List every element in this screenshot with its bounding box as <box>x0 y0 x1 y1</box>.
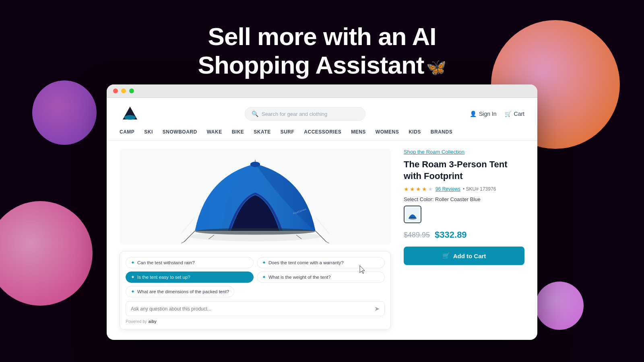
search-icon: 🔍 <box>252 111 258 117</box>
hero-section: Sell more with an AI Shopping Assistant🦋 <box>198 22 446 80</box>
send-button[interactable]: ➤ <box>374 305 380 313</box>
nav-item-kids[interactable]: KIDS <box>409 129 421 135</box>
question-text-4: What is the weight of the tent? <box>268 275 331 280</box>
nav-item-womens[interactable]: WOMENS <box>376 129 399 135</box>
cart-icon: 🛒 <box>505 111 512 117</box>
svg-point-14 <box>250 162 260 167</box>
nav-item-surf[interactable]: SURF <box>281 129 295 135</box>
color-label: Select Color: Roller Coaster Blue <box>404 196 524 202</box>
decorative-blob-left <box>0 201 93 306</box>
browser-close-dot[interactable] <box>113 88 118 93</box>
color-swatch-container <box>404 206 524 223</box>
star-5: ★ <box>428 186 433 192</box>
nav-item-accessories[interactable]: ACCESSORIES <box>304 129 341 135</box>
reviews-count[interactable]: 96 Reviews <box>436 186 460 192</box>
product-area: FourCorners <box>107 141 537 337</box>
svg-line-12 <box>181 217 195 234</box>
question-chip-5[interactable]: ✦ What are the dimensions of the packed … <box>126 286 234 297</box>
star-4: ★ <box>422 186 427 192</box>
color-swatch-blue[interactable] <box>404 206 421 223</box>
question-text-3: Is the tent easy to set up? <box>137 275 190 280</box>
add-to-cart-button[interactable]: 🛒 Add to Cart <box>404 247 524 265</box>
nav-item-skate[interactable]: SKATE <box>254 129 270 135</box>
nav-item-snowboard[interactable]: SNOWBOARD <box>163 129 197 135</box>
product-tent-image: FourCorners <box>120 149 391 245</box>
sparkle-icon-4: ✦ <box>262 274 266 280</box>
nav-item-brands[interactable]: BRANDS <box>431 129 452 135</box>
question-chip-4[interactable]: ✦ What is the weight of the tent? <box>257 272 385 283</box>
product-info-section: Shop the Roam Collection The Roam 3-Pers… <box>404 149 524 330</box>
hero-line2: Shopping Assistant <box>198 51 424 79</box>
decorative-blob-left-2 <box>32 80 97 145</box>
nav-item-wake[interactable]: WAKE <box>207 129 222 135</box>
sku-text: • SKU# 173976 <box>463 186 496 192</box>
nav-item-camp[interactable]: CAMP <box>120 129 134 135</box>
product-title: The Roam 3-Person Tent with Footprint <box>404 159 524 182</box>
browser-window: 🔍 Search for gear and clothing 👤 Sign In… <box>107 84 537 340</box>
header-actions: 👤 Sign In 🛒 Cart <box>470 111 524 117</box>
question-chip-3[interactable]: ✦ Is the tent easy to set up? <box>126 272 254 283</box>
user-icon: 👤 <box>470 111 477 117</box>
collection-link[interactable]: Shop the Roam Collection <box>404 149 524 155</box>
sign-in-label: Sign In <box>479 111 497 117</box>
chat-input-area[interactable]: ➤ <box>126 301 385 316</box>
question-text-5: What are the dimensions of the packed te… <box>137 289 229 294</box>
price-section: $489.95 $332.89 <box>404 230 524 240</box>
svg-line-9 <box>326 242 329 243</box>
sign-in-button[interactable]: 👤 Sign In <box>470 111 497 117</box>
browser-minimize-dot[interactable] <box>121 88 126 93</box>
decorative-blob-bottom-right-2 <box>535 282 584 330</box>
question-chip-2[interactable]: ✦ Does the tent come with a warranty? <box>257 257 385 268</box>
svg-line-8 <box>181 242 184 243</box>
star-1: ★ <box>404 186 409 192</box>
nav-item-bike[interactable]: BIKE <box>232 129 244 135</box>
product-image-section: FourCorners <box>120 149 391 330</box>
svg-point-17 <box>409 217 417 220</box>
nav-item-mens[interactable]: MENS <box>351 129 366 135</box>
nav-item-ski[interactable]: SKI <box>144 129 153 135</box>
star-3: ★ <box>416 186 421 192</box>
browser-maximize-dot[interactable] <box>129 88 134 93</box>
suggested-questions: ✦ Can the test withstand rain? ✦ Does th… <box>126 257 385 297</box>
store-nav: CAMP SKI SNOWBOARD WAKE BIKE SKATE SURF … <box>120 129 524 135</box>
svg-line-13 <box>316 217 329 234</box>
search-placeholder-text: Search for gear and clothing <box>262 111 327 117</box>
search-bar[interactable]: 🔍 Search for gear and clothing <box>245 107 365 121</box>
cart-label: Cart <box>514 111 524 117</box>
powered-by-text: Powered by <box>126 319 147 324</box>
question-text-1: Can the test withstand rain? <box>137 260 195 265</box>
svg-point-2 <box>124 115 136 120</box>
original-price: $489.95 <box>404 231 430 239</box>
ai-chat-widget: ✦ Can the test withstand rain? ✦ Does th… <box>120 251 391 330</box>
sparkle-icon-5: ✦ <box>131 289 135 294</box>
store-header: 🔍 Search for gear and clothing 👤 Sign In… <box>107 98 537 141</box>
cart-btn-icon: 🛒 <box>442 252 450 259</box>
aiby-logo: aiby <box>149 319 157 324</box>
store-top-bar: 🔍 Search for gear and clothing 👤 Sign In… <box>120 103 524 124</box>
star-rating: ★ ★ ★ ★ ★ <box>404 186 433 192</box>
star-2: ★ <box>410 186 415 192</box>
store-logo[interactable] <box>120 103 140 124</box>
powered-by: Powered by aiby <box>126 319 385 324</box>
question-chip-1[interactable]: ✦ Can the test withstand rain? <box>126 257 254 268</box>
swatch-tent-icon <box>405 207 420 222</box>
sparkle-icon-1: ✦ <box>131 260 135 265</box>
cart-button[interactable]: 🛒 Cart <box>505 111 524 117</box>
question-text-2: Does the tent come with a warranty? <box>268 260 344 265</box>
add-to-cart-label: Add to Cart <box>453 253 486 259</box>
browser-chrome <box>107 84 537 98</box>
store-content: 🔍 Search for gear and clothing 👤 Sign In… <box>107 98 537 337</box>
ai-butterfly-icon: 🦋 <box>426 58 446 76</box>
chat-input[interactable] <box>131 306 371 312</box>
sale-price: $332.89 <box>435 230 467 240</box>
product-image-container: FourCorners <box>120 149 391 245</box>
sparkle-icon-3: ✦ <box>131 274 135 280</box>
logo-svg <box>120 103 140 124</box>
svg-point-4 <box>195 228 315 234</box>
product-rating: ★ ★ ★ ★ ★ 96 Reviews • SKU# 173976 <box>404 186 524 192</box>
hero-line1: Sell more with an AI <box>198 22 446 51</box>
sparkle-icon-2: ✦ <box>262 260 266 265</box>
